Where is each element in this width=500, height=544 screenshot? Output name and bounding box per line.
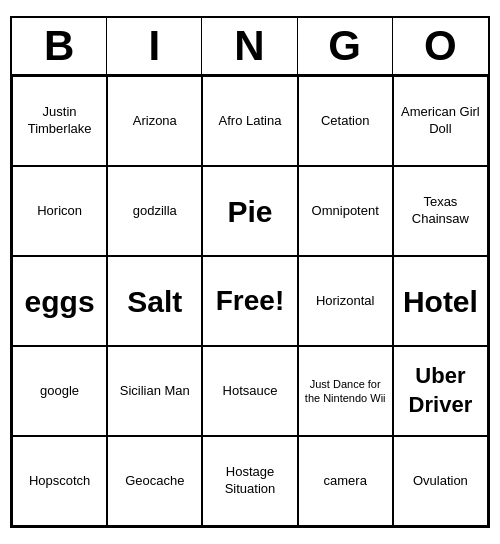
bingo-letter-b: B — [12, 18, 107, 74]
bingo-cell-24: Ovulation — [393, 436, 488, 526]
bingo-letter-n: N — [202, 18, 297, 74]
bingo-cell-3: Cetation — [298, 76, 393, 166]
bingo-cell-4: American Girl Doll — [393, 76, 488, 166]
bingo-letter-o: O — [393, 18, 488, 74]
bingo-cell-11: Salt — [107, 256, 202, 346]
bingo-letter-i: I — [107, 18, 202, 74]
bingo-grid: Justin TimberlakeArizonaAfro LatinaCetat… — [12, 76, 488, 526]
bingo-cell-17: Hotsauce — [202, 346, 297, 436]
bingo-cell-8: Omnipotent — [298, 166, 393, 256]
bingo-cell-1: Arizona — [107, 76, 202, 166]
bingo-cell-18: Just Dance for the Nintendo Wii — [298, 346, 393, 436]
bingo-header: BINGO — [12, 18, 488, 76]
bingo-letter-g: G — [298, 18, 393, 74]
bingo-cell-2: Afro Latina — [202, 76, 297, 166]
bingo-cell-20: Hopscotch — [12, 436, 107, 526]
bingo-cell-5: Horicon — [12, 166, 107, 256]
bingo-cell-10: eggs — [12, 256, 107, 346]
bingo-cell-9: Texas Chainsaw — [393, 166, 488, 256]
bingo-cell-22: Hostage Situation — [202, 436, 297, 526]
bingo-cell-14: Hotel — [393, 256, 488, 346]
bingo-cell-21: Geocache — [107, 436, 202, 526]
bingo-cell-16: Sicilian Man — [107, 346, 202, 436]
bingo-cell-12: Free! — [202, 256, 297, 346]
bingo-cell-23: camera — [298, 436, 393, 526]
bingo-cell-6: godzilla — [107, 166, 202, 256]
bingo-cell-7: Pie — [202, 166, 297, 256]
bingo-cell-15: google — [12, 346, 107, 436]
bingo-card: BINGO Justin TimberlakeArizonaAfro Latin… — [10, 16, 490, 528]
bingo-cell-0: Justin Timberlake — [12, 76, 107, 166]
bingo-cell-13: Horizontal — [298, 256, 393, 346]
bingo-cell-19: Uber Driver — [393, 346, 488, 436]
